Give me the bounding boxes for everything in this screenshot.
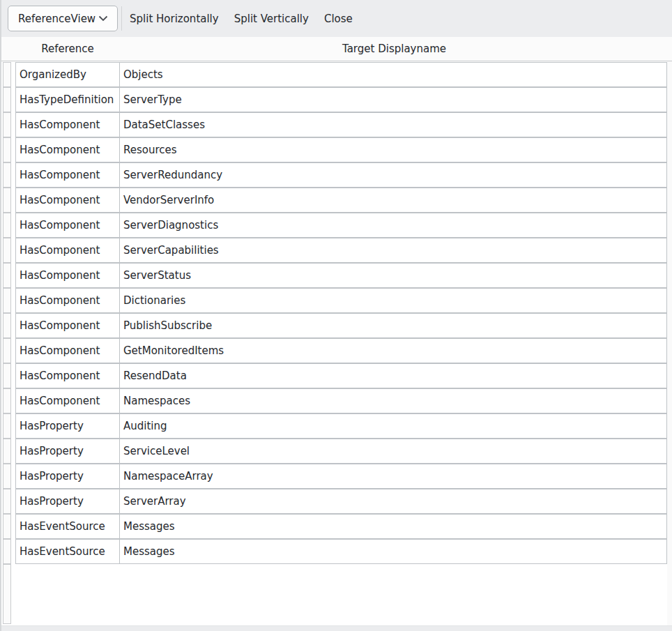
target-displayname-cell[interactable]: Messages — [120, 514, 667, 539]
split-vertically-button[interactable]: Split Vertically — [227, 7, 316, 31]
reference-cell[interactable]: OrganizedBy — [15, 62, 120, 87]
table-row[interactable]: HasComponent Resources — [1, 137, 672, 162]
reference-cell[interactable]: HasComponent — [15, 338, 120, 363]
table-row[interactable]: OrganizedBy Objects — [1, 62, 672, 87]
reference-cell[interactable]: HasComponent — [15, 288, 120, 313]
row-selector[interactable] — [3, 137, 11, 162]
table-row[interactable]: HasProperty ServerArray — [1, 489, 672, 514]
table-row[interactable]: HasComponent DataSetClasses — [1, 112, 672, 137]
target-displayname-cell[interactable]: Resources — [120, 137, 667, 162]
reference-cell[interactable]: HasEventSource — [15, 514, 120, 539]
target-displayname-cell[interactable]: ServiceLevel — [120, 439, 667, 464]
vertical-scrollbar-gutter — [667, 61, 672, 625]
table-row[interactable]: HasComponent ServerCapabilities — [1, 238, 672, 263]
reference-cell[interactable]: HasComponent — [15, 112, 120, 137]
reference-cell[interactable]: HasComponent — [15, 263, 120, 288]
target-displayname-cell[interactable]: ServerDiagnostics — [120, 213, 667, 238]
table-row[interactable]: HasComponent PublishSubscribe — [1, 313, 672, 338]
row-selector[interactable] — [3, 313, 11, 338]
row-selector[interactable] — [3, 363, 11, 388]
target-displayname-cell[interactable]: Objects — [120, 62, 667, 87]
table-row[interactable]: HasProperty Auditing — [1, 413, 672, 439]
target-displayname-cell[interactable]: ServerType — [120, 87, 667, 112]
row-selector[interactable] — [3, 188, 11, 213]
row-selector[interactable] — [3, 62, 11, 87]
target-displayname-cell[interactable]: GetMonitoredItems — [120, 338, 667, 363]
table-row[interactable]: HasEventSource Messages — [1, 539, 672, 564]
row-selector[interactable] — [3, 338, 11, 363]
reference-cell[interactable]: HasEventSource — [15, 539, 120, 564]
reference-cell[interactable]: HasProperty — [15, 489, 120, 514]
split-horizontally-button[interactable]: Split Horizontally — [122, 7, 227, 31]
row-selector[interactable] — [3, 464, 11, 489]
reference-cell[interactable]: HasComponent — [15, 313, 120, 338]
table-row[interactable]: HasComponent VendorServerInfo — [1, 188, 672, 213]
reference-cell[interactable]: HasProperty — [15, 439, 120, 464]
table-row[interactable]: HasEventSource Messages — [1, 514, 672, 539]
chevron-down-icon — [98, 15, 108, 22]
table-row[interactable]: HasComponent ResendData — [1, 363, 672, 388]
reference-cell[interactable]: HasComponent — [15, 188, 120, 213]
reference-cell[interactable]: HasComponent — [15, 363, 120, 388]
target-displayname-cell[interactable]: NamespaceArray — [120, 464, 667, 489]
row-selector[interactable] — [3, 388, 11, 413]
row-selector[interactable] — [3, 213, 11, 238]
row-selector[interactable] — [3, 162, 11, 188]
target-displayname-cell[interactable]: Namespaces — [120, 388, 667, 413]
row-selector[interactable] — [3, 112, 11, 137]
reference-table-body: OrganizedBy Objects HasTypeDefinition Se… — [1, 62, 672, 624]
row-selector[interactable] — [3, 238, 11, 263]
target-displayname-cell[interactable]: Messages — [120, 539, 667, 564]
target-displayname-cell[interactable]: ServerCapabilities — [120, 238, 667, 263]
table-row[interactable]: HasComponent ServerRedundancy — [1, 162, 672, 188]
reference-cell[interactable]: HasComponent — [15, 213, 120, 238]
row-selector[interactable] — [3, 439, 11, 464]
target-displayname-cell[interactable]: DataSetClasses — [120, 112, 667, 137]
horizontal-scrollbar-gutter — [1, 625, 672, 631]
table-row[interactable]: HasProperty NamespaceArray — [1, 464, 672, 489]
table-row[interactable]: HasComponent ServerStatus — [1, 263, 672, 288]
reference-cell[interactable]: HasComponent — [15, 238, 120, 263]
row-selector[interactable] — [3, 288, 11, 313]
table-row[interactable]: HasComponent ServerDiagnostics — [1, 213, 672, 238]
row-header-filler — [3, 564, 11, 624]
reference-view-panel: ReferenceView Split Horizontally Split V… — [0, 0, 672, 631]
reference-cell[interactable]: HasComponent — [15, 162, 120, 188]
view-selector-dropdown[interactable]: ReferenceView — [8, 6, 118, 31]
target-displayname-cell[interactable]: Auditing — [120, 413, 667, 439]
target-displayname-cell[interactable]: ServerStatus — [120, 263, 667, 288]
close-button[interactable]: Close — [316, 7, 360, 31]
table-row[interactable]: HasComponent Dictionaries — [1, 288, 672, 313]
row-selector[interactable] — [3, 489, 11, 514]
target-displayname-cell[interactable]: ServerArray — [120, 489, 667, 514]
table-row[interactable]: HasComponent GetMonitoredItems — [1, 338, 672, 363]
target-displayname-cell[interactable]: PublishSubscribe — [120, 313, 667, 338]
table-row[interactable]: HasComponent Namespaces — [1, 388, 672, 413]
target-displayname-cell[interactable]: ServerRedundancy — [120, 162, 667, 188]
column-header-target-displayname[interactable]: Target Displayname — [120, 37, 669, 61]
reference-cell[interactable]: HasComponent — [15, 137, 120, 162]
target-displayname-cell[interactable]: ResendData — [120, 363, 667, 388]
row-selector[interactable] — [3, 87, 11, 112]
row-selector[interactable] — [3, 263, 11, 288]
table-row[interactable]: HasTypeDefinition ServerType — [1, 87, 672, 112]
row-selector[interactable] — [3, 514, 11, 539]
target-displayname-cell[interactable]: Dictionaries — [120, 288, 667, 313]
row-selector[interactable] — [3, 539, 11, 564]
toolbar: ReferenceView Split Horizontally Split V… — [1, 0, 672, 37]
table-row[interactable]: HasProperty ServiceLevel — [1, 439, 672, 464]
table-header-row: Reference Target Displayname — [1, 37, 672, 61]
view-selector-value: ReferenceView — [18, 13, 96, 25]
column-header-reference[interactable]: Reference — [15, 37, 120, 61]
row-selector[interactable] — [3, 413, 11, 439]
reference-cell[interactable]: HasProperty — [15, 413, 120, 439]
reference-cell[interactable]: HasTypeDefinition — [15, 87, 120, 112]
target-displayname-cell[interactable]: VendorServerInfo — [120, 188, 667, 213]
reference-cell[interactable]: HasProperty — [15, 464, 120, 489]
reference-cell[interactable]: HasComponent — [15, 388, 120, 413]
